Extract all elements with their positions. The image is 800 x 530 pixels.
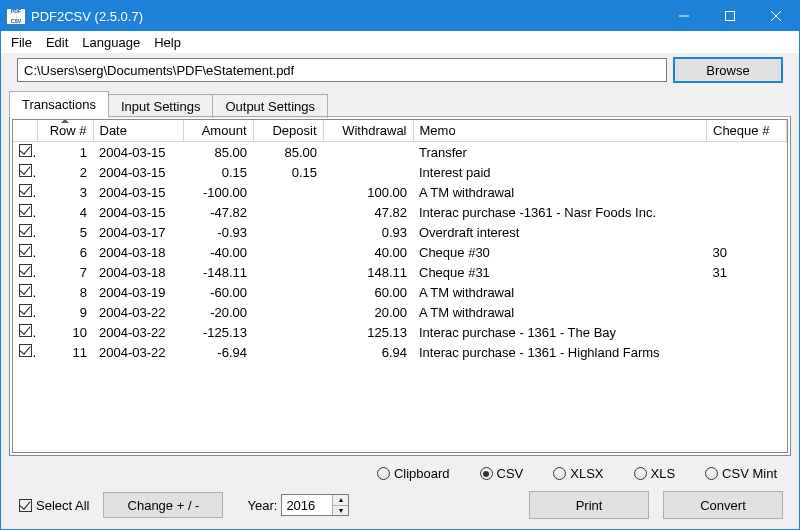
print-button[interactable]: Print bbox=[529, 491, 649, 519]
app-icon: PDF ↓ CSV bbox=[7, 9, 25, 24]
menu-edit[interactable]: Edit bbox=[40, 33, 74, 52]
cell-withdrawal bbox=[323, 142, 413, 163]
svg-rect-1 bbox=[726, 12, 735, 21]
close-button[interactable] bbox=[753, 1, 799, 31]
cell-check[interactable] bbox=[13, 182, 37, 202]
cell-withdrawal: 148.11 bbox=[323, 262, 413, 282]
checkbox-icon bbox=[19, 304, 32, 317]
cell-date: 2004-03-22 bbox=[93, 302, 183, 322]
col-header-amount[interactable]: Amount bbox=[183, 120, 253, 142]
year-step-up[interactable]: ▲ bbox=[333, 495, 348, 505]
table-row[interactable]: 112004-03-22-6.946.94Interac purchase - … bbox=[13, 342, 787, 362]
change-sign-button[interactable]: Change + / - bbox=[103, 492, 223, 518]
cell-cheque bbox=[707, 302, 787, 322]
table-header-row: Row # Date Amount Deposit Withdrawal Mem… bbox=[13, 120, 787, 142]
maximize-icon bbox=[725, 11, 735, 21]
cell-deposit bbox=[253, 302, 323, 322]
browse-button[interactable]: Browse bbox=[673, 57, 783, 83]
table-row[interactable]: 72004-03-18-148.11148.11Cheque #3131 bbox=[13, 262, 787, 282]
checkbox-icon bbox=[19, 204, 32, 217]
cell-cheque: 31 bbox=[707, 262, 787, 282]
content-area: Browse Transactions Input Settings Outpu… bbox=[1, 53, 799, 529]
table-row[interactable]: 92004-03-22-20.0020.00A TM withdrawal bbox=[13, 302, 787, 322]
radio-icon bbox=[705, 467, 718, 480]
cell-date: 2004-03-18 bbox=[93, 242, 183, 262]
cell-row: 11 bbox=[37, 342, 93, 362]
minimize-icon bbox=[679, 11, 689, 21]
cell-check[interactable] bbox=[13, 222, 37, 242]
cell-memo: Transfer bbox=[413, 142, 707, 163]
menu-language[interactable]: Language bbox=[76, 33, 146, 52]
cell-date: 2004-03-15 bbox=[93, 202, 183, 222]
col-header-deposit[interactable]: Deposit bbox=[253, 120, 323, 142]
cell-withdrawal: 6.94 bbox=[323, 342, 413, 362]
tab-input-settings[interactable]: Input Settings bbox=[108, 94, 214, 118]
minimize-button[interactable] bbox=[661, 1, 707, 31]
col-header-memo[interactable]: Memo bbox=[413, 120, 707, 142]
file-path-row: Browse bbox=[9, 53, 791, 91]
cell-check[interactable] bbox=[13, 302, 37, 322]
cell-amount: 85.00 bbox=[183, 142, 253, 163]
checkbox-icon bbox=[19, 244, 32, 257]
cell-check[interactable] bbox=[13, 262, 37, 282]
cell-check[interactable] bbox=[13, 162, 37, 182]
cell-check[interactable] bbox=[13, 282, 37, 302]
radio-csv[interactable]: CSV bbox=[480, 466, 524, 481]
cell-check[interactable] bbox=[13, 342, 37, 362]
col-header-cheque[interactable]: Cheque # bbox=[707, 120, 787, 142]
col-header-withdrawal[interactable]: Withdrawal bbox=[323, 120, 413, 142]
cell-check[interactable] bbox=[13, 202, 37, 222]
cell-row: 9 bbox=[37, 302, 93, 322]
cell-deposit bbox=[253, 182, 323, 202]
radio-icon bbox=[377, 467, 390, 480]
cell-check[interactable] bbox=[13, 242, 37, 262]
year-step-down[interactable]: ▼ bbox=[333, 505, 348, 516]
cell-deposit: 0.15 bbox=[253, 162, 323, 182]
table-row[interactable]: 62004-03-18-40.0040.00Cheque #3030 bbox=[13, 242, 787, 262]
cell-check[interactable] bbox=[13, 142, 37, 163]
cell-amount: -148.11 bbox=[183, 262, 253, 282]
cell-cheque bbox=[707, 222, 787, 242]
table-row[interactable]: 32004-03-15-100.00100.00A TM withdrawal bbox=[13, 182, 787, 202]
cell-cheque bbox=[707, 182, 787, 202]
menu-help[interactable]: Help bbox=[148, 33, 187, 52]
cell-deposit bbox=[253, 242, 323, 262]
app-icon-bot: CSV bbox=[11, 19, 21, 24]
cell-date: 2004-03-17 bbox=[93, 222, 183, 242]
col-header-row[interactable]: Row # bbox=[37, 120, 93, 142]
checkbox-icon bbox=[19, 184, 32, 197]
table-row[interactable]: 82004-03-19-60.0060.00A TM withdrawal bbox=[13, 282, 787, 302]
cell-cheque: 30 bbox=[707, 242, 787, 262]
table-row[interactable]: 52004-03-17-0.930.93Overdraft interest bbox=[13, 222, 787, 242]
tab-transactions[interactable]: Transactions bbox=[9, 91, 109, 117]
cell-cheque bbox=[707, 162, 787, 182]
file-path-input[interactable] bbox=[17, 58, 667, 82]
cell-amount: -100.00 bbox=[183, 182, 253, 202]
cell-deposit bbox=[253, 282, 323, 302]
col-header-date[interactable]: Date bbox=[93, 120, 183, 142]
radio-csv-mint[interactable]: CSV Mint bbox=[705, 466, 777, 481]
cell-amount: 0.15 bbox=[183, 162, 253, 182]
year-input[interactable] bbox=[282, 495, 332, 515]
checkbox-icon bbox=[19, 284, 32, 297]
table-row[interactable]: 102004-03-22-125.13125.13Interac purchas… bbox=[13, 322, 787, 342]
cell-cheque bbox=[707, 202, 787, 222]
cell-cheque bbox=[707, 142, 787, 163]
select-all-checkbox[interactable]: Select All bbox=[15, 498, 89, 513]
table-row[interactable]: 22004-03-150.150.15Interest paid bbox=[13, 162, 787, 182]
radio-xls[interactable]: XLS bbox=[634, 466, 676, 481]
cell-check[interactable] bbox=[13, 322, 37, 342]
menu-file[interactable]: File bbox=[5, 33, 38, 52]
convert-button[interactable]: Convert bbox=[663, 491, 783, 519]
maximize-button[interactable] bbox=[707, 1, 753, 31]
radio-xlsx[interactable]: XLSX bbox=[553, 466, 603, 481]
cell-row: 5 bbox=[37, 222, 93, 242]
cell-amount: -125.13 bbox=[183, 322, 253, 342]
table-row[interactable]: 42004-03-15-47.8247.82Interac purchase -… bbox=[13, 202, 787, 222]
tab-output-settings[interactable]: Output Settings bbox=[212, 94, 328, 118]
cell-amount: -20.00 bbox=[183, 302, 253, 322]
radio-clipboard[interactable]: Clipboard bbox=[377, 466, 450, 481]
year-spinner[interactable]: ▲ ▼ bbox=[281, 494, 349, 516]
table-row[interactable]: 12004-03-1585.0085.00Transfer bbox=[13, 142, 787, 163]
col-header-check[interactable] bbox=[13, 120, 37, 142]
